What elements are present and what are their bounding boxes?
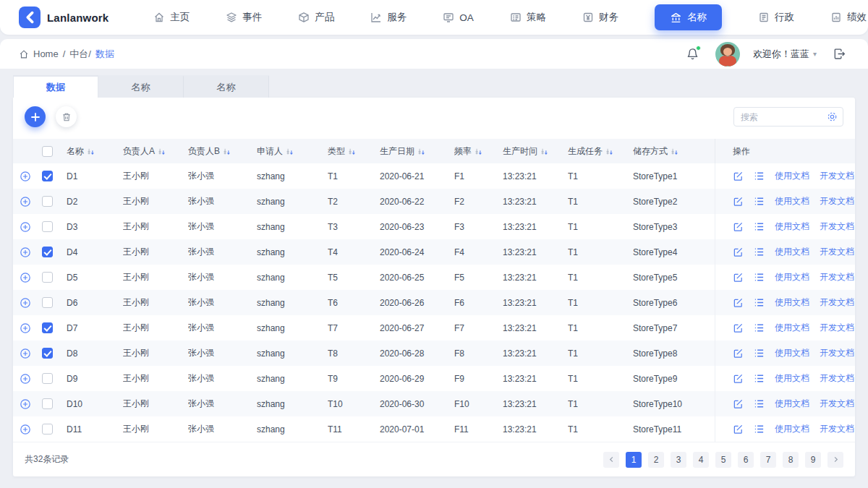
prev-page-button[interactable]: [603, 452, 619, 468]
page-button-1[interactable]: 1: [626, 452, 642, 468]
dev-doc-link[interactable]: 开发文档: [820, 271, 854, 283]
search-settings-icon[interactable]: [827, 111, 838, 122]
column-header[interactable]: 生成任务: [568, 145, 633, 158]
column-header[interactable]: 负责人B: [188, 145, 257, 158]
nav-item-3[interactable]: 产品: [298, 11, 334, 24]
notification-bell-icon[interactable]: [683, 44, 702, 64]
detail-list-icon[interactable]: [754, 373, 765, 384]
next-page-button[interactable]: [827, 452, 843, 468]
detail-list-icon[interactable]: [754, 247, 765, 257]
page-button-9[interactable]: 9: [805, 452, 821, 468]
edit-icon[interactable]: [733, 247, 744, 257]
page-button-3[interactable]: 3: [671, 452, 686, 468]
page-button-5[interactable]: 5: [715, 452, 731, 468]
dev-doc-link[interactable]: 开发文档: [820, 195, 854, 207]
dev-doc-link[interactable]: 开发文档: [820, 296, 854, 309]
usage-doc-link[interactable]: 使用文档: [775, 398, 809, 410]
edit-icon[interactable]: [733, 398, 744, 409]
edit-icon[interactable]: [733, 373, 744, 384]
expand-row-icon[interactable]: [20, 171, 31, 182]
usage-doc-link[interactable]: 使用文档: [775, 246, 809, 258]
breadcrumb-section[interactable]: 中台/: [69, 48, 91, 61]
page-button-4[interactable]: 4: [693, 452, 709, 468]
page-button-8[interactable]: 8: [783, 452, 799, 468]
nav-item-4[interactable]: 服务: [370, 11, 407, 24]
usage-doc-link[interactable]: 使用文档: [775, 221, 809, 233]
column-header[interactable]: 生产时间: [503, 145, 568, 158]
page-button-7[interactable]: 7: [760, 452, 776, 468]
sort-icon[interactable]: [603, 147, 613, 155]
row-checkbox[interactable]: [42, 322, 53, 333]
user-avatar[interactable]: [715, 42, 740, 67]
expand-row-icon[interactable]: [20, 221, 31, 233]
expand-row-icon[interactable]: [20, 322, 31, 334]
page-button-2[interactable]: 2: [648, 452, 664, 468]
detail-list-icon[interactable]: [754, 272, 765, 283]
brand-logo[interactable]: Lanlanwork: [19, 7, 109, 28]
column-header[interactable]: 频率: [454, 145, 503, 158]
detail-list-icon[interactable]: [754, 424, 765, 435]
expand-row-icon[interactable]: [20, 373, 31, 385]
row-checkbox[interactable]: [42, 424, 53, 435]
column-header[interactable]: 类型: [328, 145, 380, 158]
sort-icon[interactable]: [283, 147, 294, 155]
dev-doc-link[interactable]: 开发文档: [820, 347, 854, 359]
edit-icon[interactable]: [733, 196, 744, 207]
nav-item-9[interactable]: 行政: [758, 11, 794, 24]
expand-row-icon[interactable]: [20, 247, 31, 258]
sort-icon[interactable]: [668, 147, 678, 155]
expand-row-icon[interactable]: [20, 196, 31, 207]
user-menu[interactable]: 欢迎你！蓝蓝 ▾: [753, 48, 817, 61]
nav-item-1[interactable]: 主页: [153, 11, 190, 24]
expand-row-icon[interactable]: [20, 297, 31, 309]
dev-doc-link[interactable]: 开发文档: [820, 170, 854, 182]
sort-icon[interactable]: [155, 147, 166, 155]
delete-records-button[interactable]: [56, 106, 77, 127]
usage-doc-link[interactable]: 使用文档: [775, 347, 809, 359]
tab-1[interactable]: 数据: [13, 75, 98, 98]
row-checkbox[interactable]: [42, 221, 53, 232]
column-header[interactable]: 申请人: [257, 145, 328, 158]
select-all-checkbox[interactable]: [42, 146, 53, 157]
row-checkbox[interactable]: [42, 196, 53, 207]
column-header[interactable]: 负责人A: [123, 145, 188, 158]
edit-icon[interactable]: [733, 297, 744, 308]
dev-doc-link[interactable]: 开发文档: [820, 246, 854, 258]
detail-list-icon[interactable]: [754, 322, 765, 333]
tab-2[interactable]: 名称: [98, 75, 184, 98]
detail-list-icon[interactable]: [754, 348, 765, 359]
column-header[interactable]: 储存方式: [633, 145, 715, 158]
edit-icon[interactable]: [733, 171, 744, 181]
edit-icon[interactable]: [733, 322, 744, 333]
column-header[interactable]: 名称: [67, 145, 123, 158]
row-checkbox[interactable]: [42, 398, 53, 409]
logout-icon[interactable]: [830, 44, 849, 64]
sort-icon[interactable]: [220, 147, 231, 155]
row-checkbox[interactable]: [42, 297, 53, 308]
sort-icon[interactable]: [472, 147, 482, 155]
sort-icon[interactable]: [414, 147, 425, 155]
nav-item-10[interactable]: 绩效: [830, 11, 867, 24]
dev-doc-link[interactable]: 开发文档: [820, 322, 854, 334]
edit-icon[interactable]: [733, 348, 744, 359]
sort-icon[interactable]: [345, 147, 356, 155]
row-checkbox[interactable]: [42, 272, 53, 283]
usage-doc-link[interactable]: 使用文档: [775, 296, 809, 309]
row-checkbox[interactable]: [42, 171, 53, 181]
search-input[interactable]: [741, 112, 827, 122]
detail-list-icon[interactable]: [754, 398, 765, 409]
detail-list-icon[interactable]: [754, 196, 765, 207]
row-checkbox[interactable]: [42, 247, 53, 257]
edit-icon[interactable]: [733, 272, 744, 283]
nav-item-8[interactable]: 名称: [655, 4, 722, 30]
nav-item-7[interactable]: 财务: [582, 11, 618, 24]
row-checkbox[interactable]: [42, 348, 53, 359]
sort-icon[interactable]: [84, 147, 95, 155]
usage-doc-link[interactable]: 使用文档: [775, 423, 809, 435]
page-button-6[interactable]: 6: [738, 452, 754, 468]
usage-doc-link[interactable]: 使用文档: [775, 271, 809, 283]
add-record-button[interactable]: [25, 106, 46, 127]
dev-doc-link[interactable]: 开发文档: [820, 221, 854, 233]
usage-doc-link[interactable]: 使用文档: [775, 372, 809, 385]
row-checkbox[interactable]: [42, 373, 53, 384]
